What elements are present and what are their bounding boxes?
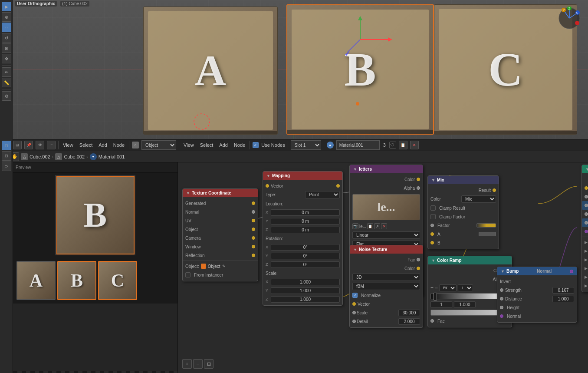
noise-fbm-select[interactable]: fBM — [352, 283, 420, 290]
node-mapping-header[interactable]: ▼ Mapping — [263, 172, 342, 180]
tc-edit-icon[interactable]: ✎ — [222, 264, 226, 268]
bsdf-sheen-arrow[interactable]: ▶ — [585, 275, 588, 279]
nav-gizmo[interactable]: X Y Z — [558, 7, 581, 30]
breadcrumb-item-1[interactable]: Cube.002 — [30, 154, 50, 159]
cr-stop-pos[interactable]: 1 — [430, 301, 452, 308]
3d-viewport[interactable]: A B C User Orthographic (1) Cube.002 — [0, 0, 588, 139]
node-select-tool[interactable]: ◻ — [2, 141, 11, 150]
toolbar-annotate-btn[interactable]: ✏ — [2, 67, 11, 77]
tc-object-socket — [252, 228, 255, 231]
mapping-loc-y[interactable]: 0 m — [271, 218, 340, 224]
cr-interp-select[interactable]: Lin — [458, 284, 473, 291]
toolbar-extra-btn[interactable]: ⚙ — [2, 91, 11, 101]
letters-img-icon2[interactable]: 📋 — [367, 223, 373, 229]
node-menu[interactable]: Node — [112, 142, 126, 149]
mix-clamp-factor-check[interactable] — [430, 214, 436, 219]
select-menu2[interactable]: Select — [198, 142, 215, 149]
mapping-scale-y[interactable]: 1.000 — [271, 287, 340, 294]
toolbar-transform-btn[interactable]: ✥ — [2, 54, 11, 63]
letters-img-icon3[interactable]: ↗ — [374, 223, 380, 229]
node-noise-texture[interactable]: ▼ Noise Texture Fac Color 3D fBM ✓ — [349, 245, 423, 328]
zoom-out-btn[interactable]: − — [193, 359, 203, 369]
toolbar-cursor-btn[interactable]: ⊕ — [2, 12, 11, 22]
node-overlay-btn[interactable]: ⊞ — [13, 141, 22, 149]
noise-3d-select[interactable]: 3D — [352, 274, 420, 281]
tc-object-value[interactable]: Object — [208, 264, 220, 269]
letters-img-icon1[interactable]: 📷 — [352, 223, 358, 229]
fit-view-btn[interactable]: ⊞ — [204, 359, 214, 369]
cr-channel-select[interactable]: RG — [439, 284, 457, 291]
node-noise-header[interactable]: ▼ Noise Texture — [350, 245, 423, 254]
add-menu2[interactable]: Add — [217, 142, 230, 149]
thumb-item-a[interactable]: A — [16, 261, 56, 300]
node-canvas[interactable]: ▼ Texture Coordinate Generated Normal UV… — [178, 162, 588, 373]
breadcrumb-item-3[interactable]: Material.001 — [99, 154, 125, 159]
noise-normalize-check[interactable]: ✓ — [352, 293, 358, 298]
bsdf-coat-arrow[interactable]: ▶ — [585, 266, 588, 271]
mapping-loc-z[interactable]: 0 m — [271, 227, 340, 233]
breadcrumb-item-2[interactable]: Cube.002 — [64, 154, 85, 159]
mapping-type-select[interactable]: Point — [305, 191, 340, 198]
bsdf-spec-arrow[interactable]: ▶ — [585, 249, 588, 253]
bump-strength-value[interactable]: 0.167 — [552, 287, 574, 294]
mix-a-swatch[interactable] — [479, 232, 496, 236]
mix-clamp-result-check[interactable] — [430, 205, 436, 211]
mapping-loc-x[interactable]: 0 m — [271, 209, 340, 216]
node-display-btn[interactable]: 👁 — [36, 141, 44, 149]
bsdf-emission-arrow[interactable]: ▶ — [585, 284, 588, 288]
material-name-input[interactable] — [336, 140, 380, 150]
letters-img-icon4[interactable]: ✕ — [381, 223, 387, 229]
new-material-btn[interactable]: 📋 — [399, 141, 407, 149]
noise-detail-value[interactable]: 2.000 — [398, 318, 420, 325]
mapping-rot-z[interactable]: 0° — [271, 261, 340, 268]
node-box-select[interactable]: ⊡ — [2, 151, 11, 161]
node-mix[interactable]: ▼ Mix Result Color Mix Clamp Result Clam… — [427, 175, 499, 249]
cr-stop-val[interactable]: 1.000 — [454, 301, 476, 308]
close-material-btn[interactable]: ✕ — [410, 141, 419, 149]
node-pin-btn[interactable]: 📌 — [24, 141, 33, 149]
mix-mode-select[interactable]: Mix — [461, 195, 496, 203]
object-select[interactable]: Object — [141, 140, 176, 150]
node-color-ramp-header[interactable]: ▼ Color Ramp — [428, 256, 512, 264]
cr-add-stop-btn[interactable]: + — [430, 285, 434, 291]
noise-scale-value[interactable]: 30.000 — [398, 310, 420, 316]
tc-from-instancer-check[interactable] — [185, 272, 191, 277]
toolbar-select-btn[interactable]: ▶ — [2, 2, 11, 11]
zoom-in-btn[interactable]: + — [182, 359, 192, 369]
bsdf-sub-arrow[interactable]: ▶ — [585, 240, 588, 244]
slot-select[interactable]: Slot 1 — [291, 140, 321, 150]
toolbar-rotate-btn[interactable]: ↺ — [2, 33, 11, 43]
use-nodes-label[interactable]: Use Nodes — [261, 142, 285, 148]
toolbar-move-btn[interactable]: ↔ — [2, 23, 11, 32]
mapping-scale-z[interactable]: 1.000 — [271, 296, 340, 303]
node-bump-header[interactable]: ▼ Bump Normal — [497, 267, 577, 275]
node-menu2[interactable]: Node — [232, 142, 247, 149]
select-menu-node[interactable]: Select — [78, 142, 95, 149]
node-principled-header[interactable]: ▼ Principled BSDF — [582, 165, 588, 173]
bsdf-trans-arrow[interactable]: ▶ — [585, 257, 588, 262]
use-nodes-checkbox[interactable]: ✓ — [253, 142, 259, 148]
mapping-scale-x[interactable]: 1.000 — [271, 279, 340, 285]
view-menu[interactable]: View — [61, 142, 75, 149]
mix-factor-bar[interactable] — [476, 223, 496, 228]
add-menu[interactable]: Add — [97, 142, 109, 149]
node-bump[interactable]: ▼ Bump Normal Invert Strength 0.167 Dist… — [497, 267, 577, 323]
thumb-item-c[interactable]: C — [98, 261, 137, 300]
cr-minus-stop-btn[interactable]: − — [435, 285, 438, 291]
node-texture-coordinate-header[interactable]: ▼ Texture Coordinate — [183, 189, 258, 197]
node-mix-header[interactable]: ▼ Mix — [428, 176, 499, 184]
toolbar-scale-btn[interactable]: ⊞ — [2, 43, 11, 53]
node-principled-bsdf[interactable]: ▼ Principled BSDF BSDF Base Color Metall… — [581, 165, 588, 292]
thumb-item-b[interactable]: B — [57, 261, 96, 300]
mapping-rot-x[interactable]: 0° — [271, 244, 340, 251]
view-menu2[interactable]: View — [182, 142, 196, 149]
node-lasso-select[interactable]: ⊃ — [2, 162, 11, 171]
node-letters-header[interactable]: ▼ letters — [350, 165, 423, 173]
mapping-rot-y[interactable]: 0° — [271, 253, 340, 259]
bump-distance-value[interactable]: 1.000 — [552, 296, 574, 302]
node-mapping[interactable]: ▼ Mapping Vector Type: Point Location: X… — [263, 171, 343, 306]
node-texture-coordinate[interactable]: ▼ Texture Coordinate Generated Normal UV… — [182, 188, 258, 281]
letters-interpolation-select[interactable]: Linear — [352, 231, 420, 239]
toolbar-measure-btn[interactable]: 📏 — [2, 78, 11, 87]
node-more-btn[interactable]: ⋯ — [47, 141, 56, 149]
